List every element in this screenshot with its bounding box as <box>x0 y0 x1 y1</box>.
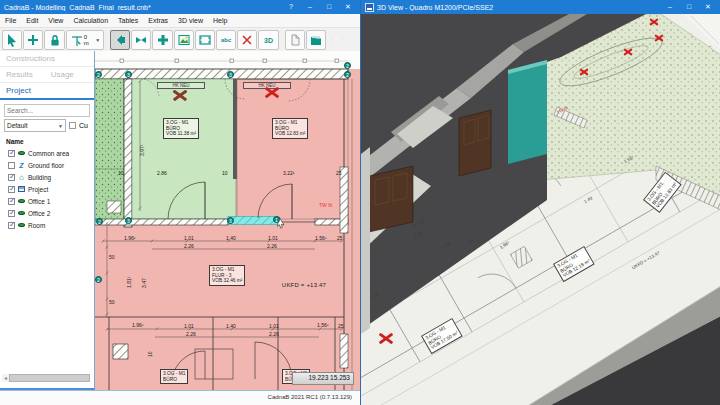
menu-item[interactable]: Calculation <box>68 17 113 24</box>
double-cone-tool-button[interactable] <box>131 30 151 50</box>
deleted-marker-icon <box>623 47 633 57</box>
filter-checkbox-label: Cu <box>79 122 88 129</box>
vertex-handle[interactable]: 2 <box>96 218 103 225</box>
delete-button[interactable] <box>237 30 257 50</box>
move-button[interactable] <box>23 30 43 50</box>
abc-label: abc <box>221 37 231 43</box>
lock-button[interactable] <box>44 30 64 50</box>
tree-checkbox[interactable] <box>8 210 15 217</box>
tree-checkbox[interactable] <box>8 186 15 193</box>
room-icon <box>17 150 26 157</box>
menu-item[interactable]: Extras <box>143 17 173 24</box>
tree-item-label: Project <box>28 186 48 193</box>
tree-item[interactable]: Office 1 <box>8 195 94 207</box>
minimize-icon[interactable]: – <box>302 0 318 14</box>
deleted-marker-icon <box>579 67 589 77</box>
tree-checkbox[interactable] <box>8 174 15 181</box>
floor-plan-canvas[interactable]: 102.86103.22¹251.96¹1.011.401.011.56⁵252… <box>95 51 360 390</box>
3d-titlebar: 3D View - Quadro M1200/PCIe/SSE2 – □ ✕ <box>361 0 720 14</box>
chevron-down-icon[interactable]: ▼ <box>95 37 100 43</box>
vertex-handle[interactable]: 1 <box>273 216 280 223</box>
cone-tool-button[interactable] <box>110 30 130 50</box>
search-input[interactable] <box>5 105 89 116</box>
tree-header: Name <box>0 134 94 147</box>
deleted-marker-icon <box>649 17 659 27</box>
project-icon <box>17 186 26 193</box>
tree-item[interactable]: Room <box>8 219 94 231</box>
variant-value: Default <box>7 122 28 129</box>
vertex-handle[interactable]: 2 <box>344 71 351 78</box>
tree-item-label: Room <box>28 222 45 229</box>
tree-item[interactable]: Building <box>8 171 94 183</box>
vertex-handle[interactable]: 2 <box>95 276 102 283</box>
menu-bar: FileEditViewCalculationTablesExtras3D vi… <box>0 14 360 28</box>
measure-icon <box>70 34 82 47</box>
main-titlebar: CadnaB - Modelling_CadnaB_Final_result.c… <box>0 0 360 14</box>
maximize-icon[interactable]: □ <box>321 0 337 14</box>
plus-icon <box>156 33 170 47</box>
vertex-handle[interactable]: 3 <box>125 217 132 224</box>
tree-item[interactable]: Ground floor <box>8 159 94 171</box>
lock-icon <box>48 33 62 47</box>
help-icon[interactable]: ? <box>283 0 299 14</box>
3d-scene[interactable]: 2.28¹1.01 202.261.40501.96¹1.401.56⁵UKFD… <box>361 14 720 405</box>
menu-item[interactable]: 3D view <box>173 17 208 24</box>
room-icon <box>17 210 26 217</box>
deleted-marker-icon <box>378 330 394 346</box>
menu-item[interactable]: File <box>0 17 21 24</box>
tab-results[interactable]: Results <box>6 70 33 79</box>
new-document-button[interactable] <box>285 30 305 50</box>
tab-row: Results Usage <box>0 67 94 83</box>
tree-item-label: Ground floor <box>28 162 64 169</box>
vertex-handle[interactable]: 3 <box>227 217 234 224</box>
room-icon <box>17 222 26 229</box>
frame-button[interactable] <box>195 30 215 50</box>
tab-usage[interactable]: Usage <box>51 70 74 79</box>
measure-value: 0 m <box>84 34 93 46</box>
measure-tool-button[interactable]: 0 m ▼ <box>66 30 105 50</box>
coordinates-readout: 19.223 15.253 <box>292 372 354 385</box>
select-cursor-button[interactable] <box>2 30 22 50</box>
bitmap-button[interactable] <box>174 30 194 50</box>
variant-dropdown[interactable]: Default ▼ <box>4 119 66 132</box>
tab-project[interactable]: Project <box>0 83 94 100</box>
handle-layer: 2332223312 <box>95 51 360 390</box>
tree-checkbox[interactable] <box>8 162 15 169</box>
collapsed-toolbar-dots: . . . <box>331 34 358 46</box>
status-bar: CadnaB 2021 RC1 (0.7.13.129) <box>0 390 360 405</box>
tab-constructions[interactable]: Constructions <box>0 51 94 67</box>
tree-item[interactable]: Project <box>8 183 94 195</box>
maximize-icon[interactable]: □ <box>681 0 697 14</box>
add-object-button[interactable] <box>152 30 172 50</box>
horizontal-scrollbar[interactable]: ◄ <box>2 374 90 382</box>
filter-row: Default ▼ Cu <box>4 119 90 132</box>
menu-item[interactable]: Edit <box>21 17 43 24</box>
menu-item[interactable]: Tables <box>113 17 143 24</box>
vertex-handle[interactable]: 3 <box>227 71 234 78</box>
building-icon <box>17 174 26 181</box>
close-icon[interactable]: ✕ <box>700 0 716 14</box>
filter-checkbox[interactable] <box>69 122 76 129</box>
vertex-handle[interactable]: 3 <box>125 71 132 78</box>
open-folder-button[interactable] <box>306 30 326 50</box>
3d-app-icon <box>365 3 374 12</box>
search-box <box>4 104 90 117</box>
tree-item[interactable]: Common area <box>8 147 94 159</box>
frame-icon <box>198 33 212 47</box>
tree-checkbox[interactable] <box>8 198 15 205</box>
text-tool-button[interactable]: abc <box>216 30 236 50</box>
tree-item-label: Common area <box>28 150 69 157</box>
scrollbar-thumb[interactable] <box>9 374 90 382</box>
tree-checkbox[interactable] <box>8 222 15 229</box>
scroll-left-icon[interactable]: ◄ <box>2 375 9 381</box>
menu-item[interactable]: Help <box>208 17 232 24</box>
version-text: CadnaB 2021 RC1 (0.7.13.129) <box>268 394 352 400</box>
minimize-icon[interactable]: – <box>662 0 678 14</box>
close-icon[interactable]: ✕ <box>340 0 356 14</box>
3d-view-button[interactable]: 3D <box>258 30 278 50</box>
vertex-handle[interactable]: 2 <box>344 62 351 69</box>
tree-item[interactable]: Office 2 <box>8 207 94 219</box>
menu-item[interactable]: View <box>43 17 68 24</box>
tree-checkbox[interactable] <box>8 150 15 157</box>
vertex-handle[interactable]: 2 <box>95 71 102 78</box>
